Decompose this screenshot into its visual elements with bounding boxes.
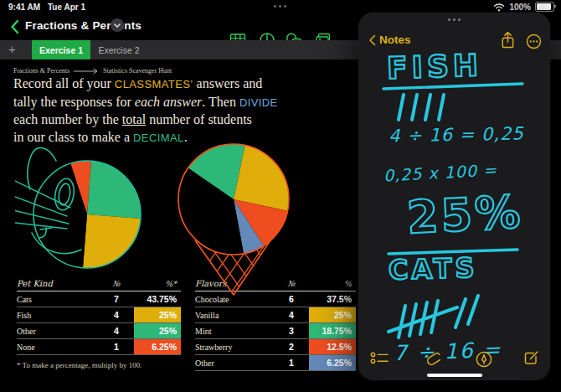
home-indicator[interactable] [427, 374, 482, 378]
handwritten-25-percent: 25% [405, 185, 523, 244]
ice-cream-pie-chart[interactable] [172, 141, 317, 308]
handwritten-equation-2: 0,25 x 100 = [383, 160, 498, 184]
pie-slice-fish [83, 214, 141, 268]
chevron-down-icon [114, 23, 121, 28]
notes-slideover-panel: Notes FISH 4 ÷ 16 = 0,25 [358, 13, 550, 380]
tab-exercise-1[interactable]: Exercise 1 [32, 40, 90, 59]
title-dropdown-button[interactable] [111, 18, 124, 32]
status-bar: 9:41 AM Tue Apr 1 100% [0, 0, 561, 13]
notes-back-button[interactable]: Notes [368, 34, 411, 46]
instruction-paragraph: Record all of your CLASSMATES’ answers a… [13, 75, 298, 147]
worksheet-breadcrumb: Fractions & Percents Statistics Scavenge… [13, 67, 172, 75]
attachment-paperclip-button[interactable] [425, 349, 443, 368]
keyword-divide: DIVIDE [239, 96, 278, 109]
back-button[interactable] [10, 19, 19, 34]
more-options-button[interactable] [526, 34, 542, 49]
compose-note-button[interactable] [523, 349, 540, 366]
add-tab-button[interactable]: + [8, 42, 16, 56]
table-row: None16.25% [17, 339, 181, 355]
date: Tue Apr 1 [48, 3, 85, 12]
battery-percent: 100% [509, 3, 531, 12]
handwritten-fish-heading: FISH [386, 48, 482, 85]
pie-slice-other [87, 161, 141, 219]
table-row: Other16.25% [195, 355, 356, 371]
cats-tally-marks [389, 296, 478, 338]
battery-icon [535, 2, 554, 12]
table-row: Cats743.75% [17, 291, 181, 307]
chevron-left-icon [368, 34, 376, 46]
table-row: Strawberry212.5% [195, 339, 356, 355]
multitasking-dots-icon[interactable] [274, 5, 286, 8]
share-button[interactable] [500, 31, 516, 50]
table-row: Vanilla425% [195, 307, 356, 323]
checklist-button[interactable] [370, 351, 389, 365]
arrow-right-icon [74, 68, 99, 75]
handwritten-cats-heading: CATS [389, 252, 479, 286]
tab-exercise-2[interactable]: Exercise 2 [90, 40, 147, 59]
percentage-footnote: * To make a percentage, multiply by 100. [17, 361, 181, 369]
table-row: Fish425% [17, 307, 181, 323]
table-row: Other425% [17, 323, 181, 339]
document-title[interactable]: Fractions & Percents [25, 19, 142, 32]
ipad-screen: 9:41 AM Tue Apr 1 100% Fractions & Perce… [0, 0, 561, 392]
table-row: Mint318.75% [195, 323, 356, 339]
markup-pen-button[interactable] [476, 351, 492, 368]
slideover-grabber[interactable] [358, 18, 550, 21]
pets-table[interactable]: Pet Kind № %* Cats743.75% Fish425% Other… [17, 279, 181, 369]
pets-table-header: Pet Kind № %* [17, 279, 181, 291]
keyword-classmates: CLASSMATES’ [115, 78, 193, 90]
wifi-icon [493, 3, 505, 12]
cat-pie-chart[interactable] [15, 142, 159, 271]
fish-tally-marks [399, 95, 444, 120]
clock: 9:41 AM [8, 3, 40, 12]
handwritten-equation-1: 4 ÷ 16 = 0,25 [389, 124, 524, 147]
